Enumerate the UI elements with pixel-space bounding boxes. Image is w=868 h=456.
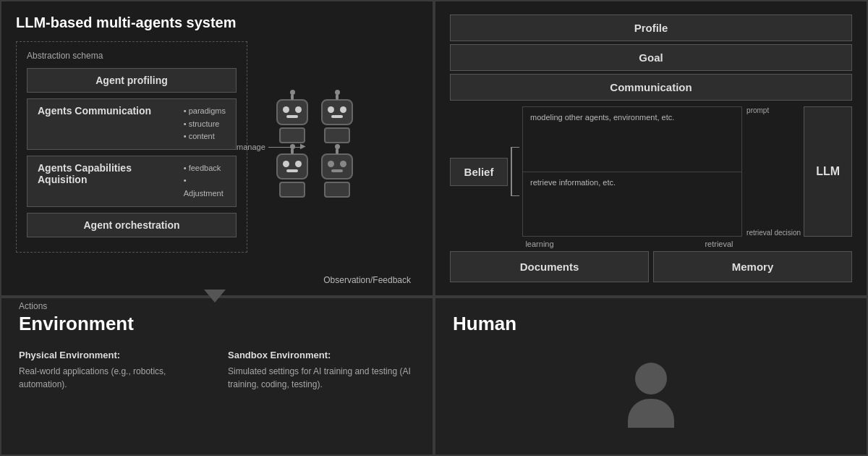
llm-box-container: LLM — [804, 106, 852, 237]
robot-2-eye-left — [328, 106, 334, 113]
retrieval-label: retrieval — [705, 240, 733, 248]
abstraction-schema: Abstraction schema Agent profiling Agent… — [16, 41, 247, 253]
robot-4-eye-right — [340, 161, 346, 167]
belief-desc-2: retrieve information, etc. — [523, 172, 741, 237]
actions-label: Actions — [19, 301, 47, 311]
robot-1-antenna — [291, 94, 294, 100]
robot-4-antenna — [336, 148, 339, 154]
robot-1-eyes — [283, 106, 302, 113]
environment-content: Physical Environment: Real-world applica… — [19, 350, 415, 391]
top-right-panel: Profile Goal Communication Belief modeli… — [434, 0, 868, 297]
robot-3-eye-left — [283, 161, 289, 167]
obs-feedback-label: Observation/Feedback — [323, 275, 411, 285]
agents-capabilities-box: Agents Capabilities Aquisition feedback … — [27, 156, 237, 207]
prompt-label: prompt — [746, 106, 801, 114]
robot-3-eye-right — [295, 161, 302, 167]
robot-2-body — [324, 127, 350, 143]
robot-4-body — [324, 182, 350, 198]
robot-1-head — [276, 99, 308, 125]
robot-4-eye-left — [328, 161, 334, 167]
robot-1-eye-left — [283, 106, 289, 113]
goal-box: Goal — [450, 44, 852, 71]
sandbox-env-title: Sandbox Environment: — [228, 350, 415, 360]
manage-arrow-line: ▶ — [268, 147, 302, 148]
robot-2-head — [321, 99, 353, 125]
documents-box: Documents — [450, 251, 649, 282]
robot-2-antenna — [336, 94, 339, 100]
llm-connector-section: prompt retrieval decision — [746, 106, 801, 237]
bottom-right-panel: Human — [434, 297, 868, 456]
belief-section: Belief modeling other agents, environmen… — [450, 106, 852, 237]
robot-3-head — [276, 153, 308, 180]
abstraction-label: Abstraction schema — [27, 51, 237, 61]
bottom-left-panel: Actions Environment Physical Environment… — [0, 297, 434, 456]
robot-3-antenna — [291, 148, 294, 154]
belief-descriptions: modeling other agents, environment, etc.… — [522, 106, 742, 237]
sandbox-env-text: Simulated settings for AI training and t… — [228, 365, 415, 391]
robot-2-eyes — [328, 106, 346, 113]
robot-1-mouth — [286, 115, 298, 118]
agent-orchestration-box: Agent orchestration — [27, 213, 237, 237]
physical-env-title: Physical Environment: — [19, 350, 206, 360]
robot-4-eyes — [328, 161, 346, 167]
robot-3-mouth — [286, 169, 298, 172]
human-icon — [628, 363, 674, 428]
robot-1-eye-right — [295, 106, 302, 113]
belief-bracket — [511, 147, 519, 196]
profile-box: Profile — [450, 14, 852, 41]
capabilities-bullets: feedback Adjustment — [184, 162, 226, 200]
agent-profiling-box: Agent profiling — [27, 68, 237, 93]
svg-marker-0 — [204, 290, 226, 303]
robot-4-head — [321, 153, 353, 180]
physical-env-col: Physical Environment: Real-world applica… — [19, 350, 206, 391]
robot-4-mouth — [331, 169, 343, 172]
environment-title: Environment — [19, 313, 415, 335]
belief-bracket-connector — [511, 106, 519, 237]
robot-2 — [321, 99, 353, 143]
communication-box: Communication — [450, 74, 852, 101]
belief-label-container: Belief — [450, 106, 508, 237]
robot-3-body — [279, 182, 305, 198]
robot-3 — [276, 153, 308, 198]
belief-label: Belief — [450, 158, 508, 186]
learning-retrieval-labels: learning retrieval — [450, 240, 852, 248]
memory-box: Memory — [653, 251, 852, 282]
robot-3-eyes — [283, 161, 302, 167]
agents-communication-box: Agents Communication paradigms structure… — [27, 98, 237, 150]
robot-row-top — [276, 99, 353, 143]
robot-1 — [276, 99, 308, 143]
agent-diagram: Profile Goal Communication Belief modeli… — [450, 14, 852, 282]
robot-2-mouth — [331, 115, 343, 118]
robot-2-eye-right — [340, 106, 346, 113]
belief-desc-1: modeling other agents, environment, etc. — [523, 107, 741, 172]
human-title: Human — [453, 313, 516, 335]
robot-area: manage ▶ — [276, 99, 353, 208]
learning-label: learning — [525, 240, 553, 248]
human-body-icon — [628, 399, 674, 428]
robot-4 — [321, 153, 353, 198]
llm-box: LLM — [804, 106, 852, 237]
top-left-panel: LLM-based multi-agents system Abstractio… — [0, 0, 434, 297]
down-arrow — [204, 290, 226, 307]
main-layout: LLM-based multi-agents system Abstractio… — [0, 0, 868, 456]
physical-env-text: Real-world applications (e.g., robotics,… — [19, 365, 206, 391]
sandbox-env-col: Sandbox Environment: Simulated settings … — [228, 350, 415, 391]
human-head-icon — [635, 363, 667, 394]
communication-bullets: paradigms structure content — [184, 105, 226, 143]
main-title: LLM-based multi-agents system — [16, 14, 418, 31]
bottom-boxes: Documents Memory — [450, 251, 852, 282]
robot-row-bottom — [276, 153, 353, 198]
retrieval-decision-label: retrieval decision — [746, 229, 801, 237]
